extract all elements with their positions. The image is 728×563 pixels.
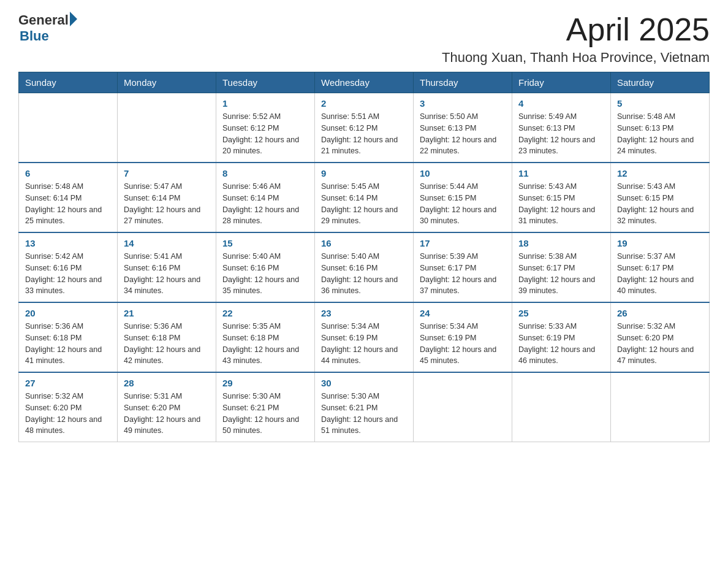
day-number: 30	[321, 378, 407, 388]
day-info: Sunrise: 5:32 AMSunset: 6:20 PMDaylight:…	[617, 321, 703, 367]
day-number: 22	[222, 308, 308, 318]
week-row-1: 1Sunrise: 5:52 AMSunset: 6:12 PMDaylight…	[19, 93, 710, 163]
day-info: Sunrise: 5:51 AMSunset: 6:12 PMDaylight:…	[321, 111, 407, 157]
day-info: Sunrise: 5:50 AMSunset: 6:13 PMDaylight:…	[420, 111, 506, 157]
day-number: 4	[518, 98, 604, 109]
day-info: Sunrise: 5:30 AMSunset: 6:21 PMDaylight:…	[321, 391, 407, 437]
calendar-cell: 5Sunrise: 5:48 AMSunset: 6:13 PMDaylight…	[611, 93, 710, 163]
title-area: April 2025 Thuong Xuan, Thanh Hoa Provin…	[442, 12, 710, 66]
day-number: 28	[124, 378, 210, 388]
day-info: Sunrise: 5:52 AMSunset: 6:12 PMDaylight:…	[222, 111, 308, 157]
col-header-sunday: Sunday	[19, 72, 118, 93]
calendar-cell: 22Sunrise: 5:35 AMSunset: 6:18 PMDayligh…	[216, 302, 315, 372]
calendar-cell: 15Sunrise: 5:40 AMSunset: 6:16 PMDayligh…	[216, 232, 315, 302]
day-info: Sunrise: 5:44 AMSunset: 6:15 PMDaylight:…	[420, 181, 506, 227]
calendar-cell	[611, 372, 710, 442]
day-number: 27	[25, 378, 111, 388]
calendar-cell	[414, 372, 512, 442]
day-info: Sunrise: 5:32 AMSunset: 6:20 PMDaylight:…	[25, 391, 111, 437]
day-number: 15	[222, 238, 308, 248]
calendar-cell: 17Sunrise: 5:39 AMSunset: 6:17 PMDayligh…	[414, 232, 512, 302]
day-number: 1	[222, 98, 308, 109]
calendar-cell: 21Sunrise: 5:36 AMSunset: 6:18 PMDayligh…	[118, 302, 216, 372]
calendar-cell: 18Sunrise: 5:38 AMSunset: 6:17 PMDayligh…	[512, 232, 611, 302]
month-title: April 2025	[442, 12, 710, 47]
day-number: 14	[124, 238, 210, 248]
location-title: Thuong Xuan, Thanh Hoa Province, Vietnam	[442, 50, 710, 66]
day-info: Sunrise: 5:37 AMSunset: 6:17 PMDaylight:…	[617, 251, 703, 297]
col-header-wednesday: Wednesday	[315, 72, 414, 93]
calendar-cell: 11Sunrise: 5:43 AMSunset: 6:15 PMDayligh…	[512, 163, 611, 232]
page-header: General Blue April 2025 Thuong Xuan, Tha…	[18, 12, 710, 66]
week-row-2: 6Sunrise: 5:48 AMSunset: 6:14 PMDaylight…	[19, 163, 710, 232]
calendar-cell: 2Sunrise: 5:51 AMSunset: 6:12 PMDaylight…	[315, 93, 414, 163]
calendar-cell: 8Sunrise: 5:46 AMSunset: 6:14 PMDaylight…	[216, 163, 315, 232]
day-number: 25	[518, 308, 604, 318]
day-info: Sunrise: 5:36 AMSunset: 6:18 PMDaylight:…	[25, 321, 111, 367]
day-number: 13	[25, 238, 111, 248]
col-header-monday: Monday	[118, 72, 216, 93]
day-info: Sunrise: 5:30 AMSunset: 6:21 PMDaylight:…	[222, 391, 308, 437]
day-info: Sunrise: 5:35 AMSunset: 6:18 PMDaylight:…	[222, 321, 308, 367]
day-info: Sunrise: 5:45 AMSunset: 6:14 PMDaylight:…	[321, 181, 407, 227]
calendar-cell	[19, 93, 118, 163]
day-info: Sunrise: 5:40 AMSunset: 6:16 PMDaylight:…	[321, 251, 407, 297]
day-number: 18	[518, 238, 604, 248]
day-number: 9	[321, 168, 407, 178]
day-info: Sunrise: 5:47 AMSunset: 6:14 PMDaylight:…	[124, 181, 210, 227]
day-number: 19	[617, 238, 703, 248]
day-info: Sunrise: 5:41 AMSunset: 6:16 PMDaylight:…	[124, 251, 210, 297]
day-number: 8	[222, 168, 308, 178]
day-number: 6	[25, 168, 111, 178]
calendar-cell: 20Sunrise: 5:36 AMSunset: 6:18 PMDayligh…	[19, 302, 118, 372]
day-number: 2	[321, 98, 407, 109]
calendar-cell: 14Sunrise: 5:41 AMSunset: 6:16 PMDayligh…	[118, 232, 216, 302]
calendar-cell: 13Sunrise: 5:42 AMSunset: 6:16 PMDayligh…	[19, 232, 118, 302]
day-number: 23	[321, 308, 407, 318]
calendar-cell: 10Sunrise: 5:44 AMSunset: 6:15 PMDayligh…	[414, 163, 512, 232]
day-number: 17	[420, 238, 506, 248]
calendar-cell: 1Sunrise: 5:52 AMSunset: 6:12 PMDaylight…	[216, 93, 315, 163]
calendar-cell: 24Sunrise: 5:34 AMSunset: 6:19 PMDayligh…	[414, 302, 512, 372]
col-header-friday: Friday	[512, 72, 611, 93]
calendar-cell: 30Sunrise: 5:30 AMSunset: 6:21 PMDayligh…	[315, 372, 414, 442]
day-info: Sunrise: 5:33 AMSunset: 6:19 PMDaylight:…	[518, 321, 604, 367]
day-info: Sunrise: 5:34 AMSunset: 6:19 PMDaylight:…	[420, 321, 506, 367]
day-info: Sunrise: 5:43 AMSunset: 6:15 PMDaylight:…	[518, 181, 604, 227]
calendar-cell: 26Sunrise: 5:32 AMSunset: 6:20 PMDayligh…	[611, 302, 710, 372]
calendar-cell: 6Sunrise: 5:48 AMSunset: 6:14 PMDaylight…	[19, 163, 118, 232]
day-number: 24	[420, 308, 506, 318]
day-number: 26	[617, 308, 703, 318]
calendar-cell	[512, 372, 611, 442]
calendar-cell: 29Sunrise: 5:30 AMSunset: 6:21 PMDayligh…	[216, 372, 315, 442]
day-info: Sunrise: 5:46 AMSunset: 6:14 PMDaylight:…	[222, 181, 308, 227]
logo-blue-text: Blue	[18, 28, 77, 44]
day-number: 12	[617, 168, 703, 178]
logo-triangle-icon	[70, 12, 77, 26]
day-number: 20	[25, 308, 111, 318]
calendar-cell: 12Sunrise: 5:43 AMSunset: 6:15 PMDayligh…	[611, 163, 710, 232]
calendar-cell: 3Sunrise: 5:50 AMSunset: 6:13 PMDaylight…	[414, 93, 512, 163]
calendar-header-row: SundayMondayTuesdayWednesdayThursdayFrid…	[19, 72, 710, 93]
calendar-cell: 28Sunrise: 5:31 AMSunset: 6:20 PMDayligh…	[118, 372, 216, 442]
week-row-4: 20Sunrise: 5:36 AMSunset: 6:18 PMDayligh…	[19, 302, 710, 372]
day-number: 29	[222, 378, 308, 388]
day-number: 21	[124, 308, 210, 318]
day-info: Sunrise: 5:43 AMSunset: 6:15 PMDaylight:…	[617, 181, 703, 227]
week-row-5: 27Sunrise: 5:32 AMSunset: 6:20 PMDayligh…	[19, 372, 710, 442]
day-info: Sunrise: 5:31 AMSunset: 6:20 PMDaylight:…	[124, 391, 210, 437]
calendar-cell: 23Sunrise: 5:34 AMSunset: 6:19 PMDayligh…	[315, 302, 414, 372]
day-number: 5	[617, 98, 703, 109]
day-number: 7	[124, 168, 210, 178]
day-info: Sunrise: 5:48 AMSunset: 6:13 PMDaylight:…	[617, 111, 703, 157]
day-info: Sunrise: 5:38 AMSunset: 6:17 PMDaylight:…	[518, 251, 604, 297]
day-number: 11	[518, 168, 604, 178]
day-info: Sunrise: 5:40 AMSunset: 6:16 PMDaylight:…	[222, 251, 308, 297]
calendar-cell: 9Sunrise: 5:45 AMSunset: 6:14 PMDaylight…	[315, 163, 414, 232]
col-header-thursday: Thursday	[414, 72, 512, 93]
day-number: 10	[420, 168, 506, 178]
logo-general-text: General	[18, 12, 69, 28]
calendar-cell	[118, 93, 216, 163]
col-header-saturday: Saturday	[611, 72, 710, 93]
calendar-cell: 4Sunrise: 5:49 AMSunset: 6:13 PMDaylight…	[512, 93, 611, 163]
